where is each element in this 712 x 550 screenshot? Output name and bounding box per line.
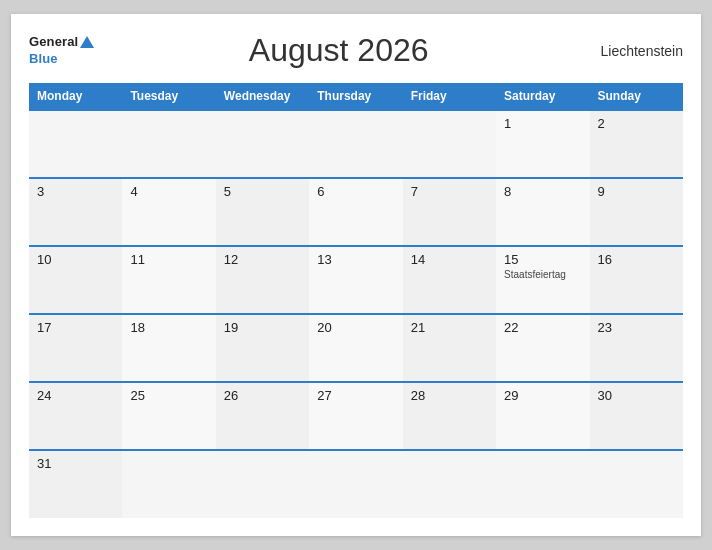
day-number: 7 [411,184,488,199]
day-number: 20 [317,320,394,335]
day-cell: 24 [29,382,122,450]
day-number: 12 [224,252,301,267]
day-number: 13 [317,252,394,267]
day-cell: 13 [309,246,402,314]
day-cell: 1 [496,110,589,178]
day-number: 27 [317,388,394,403]
calendar: General Blue August 2026 Liechtenstein M… [11,14,701,536]
day-event: Staatsfeiertag [504,269,581,280]
week-row-0: 12 [29,110,683,178]
day-number: 10 [37,252,114,267]
day-number: 25 [130,388,207,403]
day-number: 14 [411,252,488,267]
day-cell: 10 [29,246,122,314]
day-cell [309,450,402,518]
day-cell [403,450,496,518]
day-cell [216,110,309,178]
day-cell [122,110,215,178]
day-number: 26 [224,388,301,403]
day-cell: 16 [590,246,683,314]
day-number: 28 [411,388,488,403]
day-number: 5 [224,184,301,199]
day-number: 18 [130,320,207,335]
day-number: 6 [317,184,394,199]
day-cell: 18 [122,314,215,382]
day-cell: 30 [590,382,683,450]
day-number: 4 [130,184,207,199]
day-cell: 8 [496,178,589,246]
day-cell: 11 [122,246,215,314]
weekday-header-wednesday: Wednesday [216,83,309,110]
day-cell: 31 [29,450,122,518]
day-number: 29 [504,388,581,403]
weekday-header-tuesday: Tuesday [122,83,215,110]
day-number: 22 [504,320,581,335]
day-number: 2 [598,116,675,131]
day-cell: 21 [403,314,496,382]
weekday-header-row: MondayTuesdayWednesdayThursdayFridaySatu… [29,83,683,110]
day-cell: 20 [309,314,402,382]
day-number: 11 [130,252,207,267]
day-number: 30 [598,388,675,403]
day-cell: 9 [590,178,683,246]
day-cell [122,450,215,518]
week-row-3: 17181920212223 [29,314,683,382]
day-cell [496,450,589,518]
day-number: 19 [224,320,301,335]
day-number: 3 [37,184,114,199]
week-row-1: 3456789 [29,178,683,246]
week-row-2: 101112131415Staatsfeiertag16 [29,246,683,314]
day-cell: 7 [403,178,496,246]
logo-triangle-icon [80,36,94,48]
day-cell: 5 [216,178,309,246]
day-cell: 28 [403,382,496,450]
calendar-table: MondayTuesdayWednesdayThursdayFridaySatu… [29,83,683,518]
weekday-header-saturday: Saturday [496,83,589,110]
day-cell: 22 [496,314,589,382]
day-number: 8 [504,184,581,199]
day-cell: 25 [122,382,215,450]
weekday-header-friday: Friday [403,83,496,110]
day-number: 16 [598,252,675,267]
day-cell [309,110,402,178]
day-number: 23 [598,320,675,335]
day-cell: 4 [122,178,215,246]
weekday-header-thursday: Thursday [309,83,402,110]
day-cell: 17 [29,314,122,382]
day-number: 15 [504,252,581,267]
day-number: 9 [598,184,675,199]
week-row-4: 24252627282930 [29,382,683,450]
day-cell [29,110,122,178]
logo-blue-text: Blue [29,51,58,66]
day-cell: 2 [590,110,683,178]
weekday-header-sunday: Sunday [590,83,683,110]
day-cell: 26 [216,382,309,450]
day-number: 31 [37,456,114,471]
day-number: 1 [504,116,581,131]
calendar-header: General Blue August 2026 Liechtenstein [29,32,683,69]
weekday-header-monday: Monday [29,83,122,110]
day-cell: 23 [590,314,683,382]
logo-area: General Blue [29,34,94,67]
day-cell [590,450,683,518]
day-number: 24 [37,388,114,403]
day-cell: 12 [216,246,309,314]
day-cell [216,450,309,518]
week-row-5: 31 [29,450,683,518]
day-cell: 3 [29,178,122,246]
day-cell: 6 [309,178,402,246]
country-name: Liechtenstein [583,43,683,59]
day-number: 17 [37,320,114,335]
day-cell: 27 [309,382,402,450]
logo-general-text: General [29,34,78,49]
month-title: August 2026 [94,32,583,69]
day-cell: 14 [403,246,496,314]
day-number: 21 [411,320,488,335]
day-cell: 19 [216,314,309,382]
day-cell [403,110,496,178]
day-cell: 29 [496,382,589,450]
day-cell: 15Staatsfeiertag [496,246,589,314]
